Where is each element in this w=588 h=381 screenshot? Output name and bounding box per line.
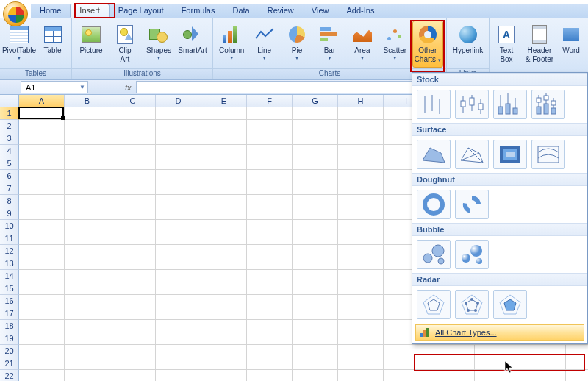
row-header[interactable]: 6 [0, 170, 19, 182]
tab-insert[interactable]: Insert [70, 4, 110, 18]
pie-chart-button[interactable]: Pie ▼ [282, 21, 312, 68]
scatter-chart-button[interactable]: Scatter ▼ [379, 21, 410, 68]
scatter-chart-icon [383, 23, 406, 46]
row-header[interactable]: 11 [0, 232, 19, 245]
row-header[interactable]: 13 [0, 257, 19, 270]
column-header[interactable]: C [110, 95, 156, 107]
tab-home[interactable]: Home [31, 4, 70, 18]
row-header[interactable]: 20 [0, 345, 19, 357]
tab-view[interactable]: View [303, 4, 338, 18]
row-header[interactable]: 10 [0, 220, 19, 232]
row-header[interactable]: 5 [0, 157, 19, 170]
svg-point-33 [423, 254, 432, 263]
row-header[interactable]: 8 [0, 195, 19, 207]
chevron-down-icon: ▼ [359, 55, 365, 60]
textbox-button[interactable]: A Text Box [492, 21, 520, 68]
table-icon [41, 23, 65, 46]
stock-chart-hlc[interactable] [417, 90, 451, 119]
select-all-corner[interactable] [0, 95, 19, 107]
row-header[interactable]: 16 [0, 295, 19, 307]
column-header[interactable]: E [201, 95, 247, 107]
svg-rect-15 [537, 107, 541, 114]
row-header[interactable]: 3 [0, 132, 19, 145]
column-header[interactable]: B [65, 95, 110, 107]
line-chart-button[interactable]: Line ▼ [248, 21, 279, 68]
other-charts-button[interactable]: Other Charts ▾ [412, 21, 443, 68]
tab-formulas[interactable]: Formulas [173, 4, 224, 18]
row-header[interactable]: 7 [0, 182, 19, 195]
fx-icon[interactable]: fx [125, 83, 132, 92]
surface-contour[interactable] [493, 140, 527, 169]
active-cell-cursor [18, 107, 64, 119]
headerfooter-button[interactable]: Header & Footer [522, 21, 557, 68]
row-header[interactable]: 17 [0, 307, 19, 320]
column-header[interactable]: F [247, 95, 293, 107]
section-bubble: Bubble [412, 223, 587, 236]
stock-chart-vhlc[interactable] [493, 90, 527, 119]
tab-review[interactable]: Review [259, 4, 303, 18]
row-header[interactable]: 14 [0, 270, 19, 282]
pivottable-label: PivotTable [2, 47, 36, 55]
radar-markers[interactable] [455, 290, 489, 319]
chevron-down-icon: ▼ [392, 55, 398, 60]
name-box-value: A1 [26, 83, 35, 92]
area-chart-button[interactable]: Area ▼ [347, 21, 378, 68]
name-box[interactable]: A1 ▼ [21, 81, 88, 93]
row-header[interactable]: 2 [0, 120, 19, 132]
headerfooter-icon [528, 23, 551, 46]
bar-chart-button[interactable]: Bar ▼ [314, 21, 345, 68]
shapes-button[interactable]: Shapes ▼ [143, 21, 175, 68]
row-header[interactable]: 15 [0, 282, 19, 295]
row-header[interactable]: 21 [0, 357, 19, 370]
surface-wire-contour[interactable] [531, 140, 565, 169]
hyperlink-button[interactable]: Hyperlink [450, 21, 486, 68]
row-header[interactable]: 19 [0, 332, 19, 345]
table-button[interactable]: Table [37, 21, 68, 68]
picture-button[interactable]: Picture [75, 21, 107, 68]
group-links: Hyperlink Links [447, 18, 490, 79]
row-header[interactable]: 12 [0, 245, 19, 257]
office-button[interactable] [3, 1, 28, 26]
row-header[interactable]: 22 [0, 370, 19, 381]
radar-filled[interactable] [493, 290, 527, 319]
column-header[interactable]: D [156, 95, 201, 107]
svg-rect-9 [498, 107, 503, 114]
row-header[interactable]: 9 [0, 207, 19, 220]
hf-label2: & Footer [526, 56, 553, 64]
svg-line-27 [468, 148, 483, 163]
column-header[interactable]: A [19, 95, 65, 107]
column-header[interactable]: G [293, 95, 338, 107]
svg-line-26 [461, 153, 479, 160]
row-header[interactable]: 4 [0, 145, 19, 157]
row-header[interactable]: 1 [0, 107, 19, 120]
all-chart-types-button[interactable]: All Chart Types... [415, 324, 584, 341]
stock-chart-ohlc[interactable] [455, 90, 489, 119]
ribbon-tabs: Home Insert Page Layout Formulas Data Re… [31, 4, 588, 18]
tab-pagelayout[interactable]: Page Layout [110, 4, 173, 18]
chevron-down-icon[interactable]: ▼ [79, 84, 85, 90]
column-chart-button[interactable]: Column ▼ [216, 21, 247, 68]
surface-3d[interactable] [417, 140, 451, 169]
hf-label: Header [528, 47, 552, 55]
wordart-button[interactable]: Word [559, 21, 584, 68]
group-illustrations: Picture Clip Art Shapes ▼ SmartArt Illus… [72, 18, 213, 79]
bubble-chart[interactable] [417, 240, 451, 269]
column-header[interactable]: H [338, 95, 384, 107]
tab-addins[interactable]: Add-Ins [337, 4, 383, 18]
pivottable-button[interactable]: PivotTable ▼ [3, 21, 35, 68]
stock-chart-vohlc[interactable] [531, 90, 565, 119]
row-header[interactable]: 18 [0, 320, 19, 332]
other-charts-icon [416, 23, 440, 46]
doughnut-chart[interactable] [417, 190, 451, 219]
bubble-3d[interactable] [455, 240, 489, 269]
svg-rect-23 [551, 101, 556, 105]
smartart-icon [181, 23, 204, 46]
radar-chart[interactable] [417, 290, 451, 319]
clipart-button[interactable]: Clip Art [109, 21, 141, 68]
surface-wire-3d[interactable] [455, 140, 489, 169]
doughnut-exploded[interactable] [455, 190, 489, 219]
tab-data[interactable]: Data [223, 4, 258, 18]
smartart-button[interactable]: SmartArt [176, 21, 209, 68]
svg-point-47 [465, 302, 467, 305]
svg-rect-6 [470, 98, 474, 105]
